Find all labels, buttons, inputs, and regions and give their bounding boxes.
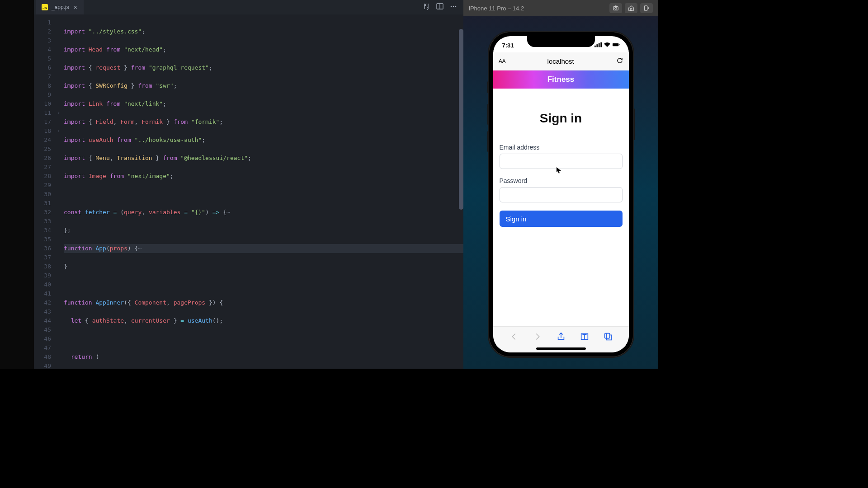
notch — [527, 36, 595, 47]
svg-rect-8 — [645, 6, 647, 11]
email-label: Email address — [500, 144, 623, 151]
line-number-gutter: 12345 678910 1117182425 2627282930 31323… — [34, 14, 56, 369]
app-title: Fitness — [547, 75, 575, 84]
bookmarks-icon[interactable] — [580, 332, 590, 343]
editor-body[interactable]: 12345 678910 1117182425 2627282930 31323… — [34, 14, 463, 369]
back-icon[interactable] — [509, 332, 519, 343]
svg-point-4 — [455, 6, 457, 7]
password-label: Password — [500, 177, 623, 184]
svg-rect-10 — [596, 44, 598, 47]
home-button[interactable] — [625, 3, 637, 13]
simulator-titlebar: iPhone 11 Pro – 14.2 — [463, 0, 658, 16]
home-indicator[interactable] — [536, 347, 586, 350]
tab-filename: _app.js — [52, 4, 69, 10]
forward-icon[interactable] — [533, 332, 542, 343]
password-input[interactable] — [500, 187, 623, 202]
cellular-signal-icon — [594, 42, 602, 49]
screenshot-button[interactable] — [609, 3, 622, 13]
signin-button[interactable]: Sign in — [500, 211, 623, 227]
svg-rect-14 — [619, 44, 619, 45]
simulator-device-title: iPhone 11 Pro – 14.2 — [469, 5, 524, 12]
side-button[interactable] — [633, 108, 635, 140]
svg-rect-7 — [630, 9, 632, 10]
email-input[interactable] — [500, 154, 623, 169]
status-time: 7:31 — [502, 42, 514, 49]
more-actions-icon[interactable] — [450, 3, 457, 12]
battery-icon — [613, 42, 620, 49]
wifi-icon — [604, 42, 611, 49]
svg-rect-9 — [594, 45, 596, 47]
svg-rect-11 — [598, 43, 599, 47]
svg-point-3 — [453, 6, 454, 7]
text-size-control[interactable]: AA — [499, 58, 505, 65]
tab-bar: JS _app.js × — [34, 0, 463, 14]
iphone-device-frame: 7:31 AA localhos — [489, 32, 633, 357]
svg-point-6 — [615, 7, 617, 9]
app-header: Fitness — [493, 70, 629, 89]
app-content: Sign in Email address Password Sign in — [493, 89, 629, 233]
svg-rect-15 — [604, 333, 609, 338]
tab-app-js[interactable]: JS _app.js × — [36, 0, 84, 14]
svg-point-2 — [451, 6, 452, 7]
close-tab-icon[interactable]: × — [73, 4, 78, 11]
scrollbar-thumb[interactable] — [459, 29, 463, 210]
simulator-body: 7:31 AA localhos — [463, 16, 658, 369]
compare-changes-icon[interactable] — [423, 3, 430, 12]
silent-switch[interactable] — [487, 81, 489, 93]
split-editor-icon[interactable] — [436, 3, 443, 12]
svg-rect-13 — [613, 43, 618, 46]
simulator-panel: iPhone 11 Pro – 14.2 7:31 — [463, 0, 658, 369]
volume-down-button[interactable] — [487, 131, 489, 152]
left-sidebar-strip — [0, 0, 34, 369]
fold-gutter: ›› — [56, 14, 62, 369]
safari-address-bar[interactable]: AA localhost — [493, 52, 629, 70]
url-text[interactable]: localhost — [510, 57, 612, 65]
tabs-icon[interactable] — [603, 332, 613, 343]
tab-actions — [423, 3, 463, 12]
code-area[interactable]: import "../styles.css"; import Head from… — [62, 14, 463, 369]
device-screen: 7:31 AA localhos — [493, 36, 629, 352]
volume-up-button[interactable] — [487, 104, 489, 125]
page-title: Sign in — [500, 111, 623, 126]
svg-rect-12 — [600, 42, 602, 47]
reload-icon[interactable] — [616, 57, 623, 66]
share-icon[interactable] — [556, 332, 566, 343]
js-file-icon: JS — [42, 4, 48, 10]
rotate-button[interactable] — [640, 3, 653, 13]
editor-panel: JS _app.js × 12345 678910 1117182425 262… — [34, 0, 463, 369]
